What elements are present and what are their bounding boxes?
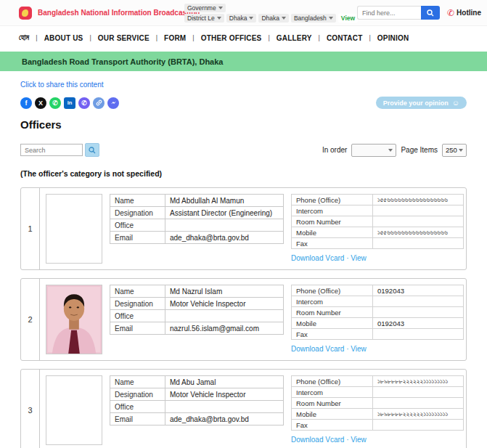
officer-info-row: Emailnazrul.56.islam@gmail.com [110, 322, 284, 335]
officer-info-row: Office [110, 401, 284, 413]
nav-separator: | [89, 34, 91, 41]
officer-card: 1NameMd Abdullah Al MamunDesignationAssi… [20, 187, 467, 270]
officer-contact-label: Mobile [292, 318, 373, 329]
officer-photo [46, 375, 102, 445]
officer-contact-row: Intercom [292, 296, 464, 307]
download-vcard-link[interactable]: Download Vcard [291, 345, 344, 353]
category-note: (The officer's category is not specified… [20, 169, 467, 178]
officer-contact-label: Phone (Office) [292, 195, 373, 205]
site-logo-icon [19, 7, 32, 20]
in-order-label: In order [322, 146, 347, 154]
officer-contact-row: Mobile১৮৯৮৮৮৮২২২২২২১১১১১১১১১ [292, 409, 464, 420]
officer-info-table: NameMd Nazrul IslamDesignationMotor Vehi… [110, 285, 284, 335]
officers-list: 1NameMd Abdullah Al MamunDesignationAssi… [20, 187, 467, 448]
officer-info-row: Office [110, 310, 284, 322]
view-button[interactable]: View [338, 14, 358, 23]
officer-info-row: Office [110, 219, 284, 232]
officer-contact-value [373, 216, 464, 227]
officer-contact-row: Phone (Office)0192043 [292, 285, 464, 296]
header-search-button[interactable] [421, 6, 440, 20]
officer-search-input[interactable] [20, 144, 83, 156]
nav-item-our-service[interactable]: OUR SERVICE [98, 34, 150, 42]
share-content-link[interactable]: Click to share this content [20, 81, 104, 89]
officer-field-value: ade_dhaka@brta.gov.bd [165, 413, 284, 425]
officer-contact-row: Room Number [292, 398, 464, 409]
hotline-button[interactable]: ✆ Hotline [447, 8, 481, 18]
officer-contact-row: Phone (Office)১৫৫৬৬৬৬৬৬৬৬৬৬৬৬৬৬৬৬৬ [292, 195, 464, 205]
location-dropdown-2[interactable]: Dhaka [258, 14, 289, 23]
officer-search [20, 143, 99, 157]
government-level-dropdown[interactable]: Governme [184, 4, 226, 12]
chevron-down-icon [329, 17, 333, 20]
share-row: fX✆in✆ Provide your opinion ☺ [20, 97, 467, 109]
page: Bangladesh National Information Broadcas… [0, 0, 487, 448]
header-search-input[interactable] [357, 6, 421, 20]
officer-field-label: Designation [110, 388, 165, 401]
location-dropdown-3[interactable]: Bangladesh [291, 14, 336, 23]
nav-separator: | [369, 34, 370, 41]
officer-contact-label: Mobile [292, 227, 373, 238]
officer-field-value: Motor Vehicle Inspector [165, 388, 284, 401]
officer-info-row: DesignationMotor Vehicle Inspector [110, 388, 284, 401]
hotline-label: Hotline [457, 9, 481, 17]
nav-item-opinion[interactable]: OPINION [377, 34, 409, 42]
nav-item-about-us[interactable]: ABOUT US [44, 34, 83, 42]
download-vcard-link[interactable]: Download Vcard [291, 254, 344, 262]
linkedin-icon[interactable]: in [64, 97, 75, 109]
officer-contact-row: Mobile0192043 [292, 318, 464, 329]
view-link[interactable]: View [351, 436, 367, 444]
officer-contact-label: Mobile [292, 409, 373, 420]
officer-field-label: Name [110, 195, 165, 207]
officer-field-label: Designation [110, 298, 165, 310]
x-twitter-icon[interactable]: X [35, 97, 46, 109]
officer-field-label: Designation [110, 207, 165, 219]
view-link[interactable]: View [351, 345, 367, 353]
search-icon [89, 147, 96, 154]
page-items-select[interactable]: 250 [442, 144, 467, 157]
chevron-down-icon [218, 7, 223, 9]
list-controls: In order Page Items 250 [20, 143, 467, 157]
nav-item-form[interactable]: FORM [164, 34, 186, 42]
provide-opinion-button[interactable]: Provide your opinion ☺ [376, 97, 467, 109]
officer-contact-row: Mobile১৫৫৬৬৬৬৬৬৬৬৬৬৬৬৬৬৬৬৬ [292, 227, 464, 238]
link-separator: · [344, 345, 351, 353]
office-banner: Bangladesh Road Transport Authority (BRT… [0, 52, 487, 71]
nav-item-other-offices[interactable]: OTHER OFFICES [201, 34, 262, 42]
share-link-icon[interactable] [93, 97, 105, 109]
nav-separator: | [192, 34, 194, 41]
officer-field-value [165, 219, 284, 232]
location-dropdown-1[interactable]: Dhaka [226, 14, 257, 23]
officer-index: 2 [21, 279, 40, 360]
officer-index: 3 [21, 370, 40, 448]
officer-contact-value [373, 296, 464, 307]
officer-field-label: Email [110, 232, 165, 244]
officers-heading: Officers [20, 118, 467, 131]
officer-card: 3NameMd Abu JamalDesignationMotor Vehicl… [20, 369, 467, 448]
content: Click to share this content fX✆in✆ Provi… [0, 71, 487, 448]
whatsapp-icon[interactable]: ✆ [49, 97, 61, 109]
search-icon [427, 9, 434, 17]
officer-field-value: ade_dhaka@brta.gov.bd [165, 232, 284, 244]
in-order-select[interactable] [351, 144, 396, 157]
phone-icon: ✆ [447, 8, 454, 18]
nav-item-contact[interactable]: CONTACT [327, 34, 363, 42]
nav-separator: | [156, 34, 157, 41]
facebook-icon[interactable]: f [20, 97, 32, 109]
nav-item-home[interactable]: হোম [19, 33, 29, 42]
download-vcard-link[interactable]: Download Vcard [291, 436, 344, 444]
officer-contact-value: ১৮৯৮৮৮৮২২২২২২১১১১১১১১১ [373, 409, 464, 420]
messenger-icon[interactable] [107, 97, 119, 109]
location-dropdown-0[interactable]: District Le [184, 14, 224, 23]
officer-search-button[interactable] [85, 143, 99, 157]
officer-info-row: Emailade_dhaka@brta.gov.bd [110, 413, 284, 425]
officer-photo [46, 285, 102, 354]
office-title: Bangladesh Road Transport Authority (BRT… [22, 57, 223, 66]
viber-icon[interactable]: ✆ [78, 97, 90, 109]
officer-field-value [165, 310, 284, 322]
officer-field-label: Name [110, 376, 165, 388]
officer-field-label: Email [110, 322, 165, 335]
view-link[interactable]: View [351, 254, 367, 262]
officer-field-value: Assistant Director (Engineering) [165, 207, 284, 219]
chevron-down-icon [249, 17, 253, 20]
nav-item-gallery[interactable]: GALLERY [277, 34, 312, 42]
